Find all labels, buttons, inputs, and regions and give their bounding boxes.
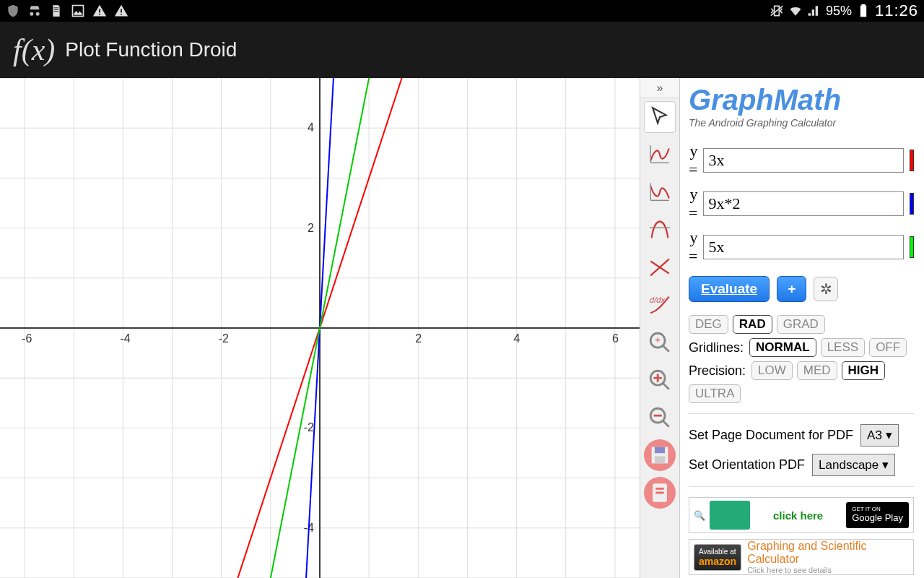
equation-input[interactable] — [703, 148, 904, 173]
equation-input[interactable] — [703, 235, 904, 259]
battery-icon — [856, 4, 871, 18]
equation-label: y = — [689, 228, 697, 266]
pdf-page-label: Set Page Document for PDF — [689, 428, 853, 443]
image-icon — [71, 4, 85, 18]
option-ultra[interactable]: ULTRA — [689, 384, 741, 403]
app-title-bar: f(x) Plot Function Droid — [0, 22, 924, 78]
equation-label: y = — [689, 142, 697, 179]
option-rad[interactable]: RAD — [733, 315, 772, 334]
app-logo-icon: f(x) — [13, 33, 55, 67]
y-tick: 4 — [308, 121, 314, 134]
chart-plot[interactable]: -6-4-2246-4-224 — [0, 78, 640, 578]
svg-line-36 — [650, 262, 669, 274]
equation-input[interactable] — [703, 191, 904, 216]
x-tick: -2 — [219, 332, 229, 345]
pdf-orient-select[interactable]: Landscape ▾ — [812, 454, 895, 476]
equation-row: y = — [689, 185, 914, 223]
warning-icon — [114, 4, 128, 18]
battery-percent: 95% — [826, 4, 852, 19]
trace-tool-button[interactable] — [644, 139, 676, 171]
intersect-tool-button[interactable] — [644, 251, 676, 283]
precision-group: Precision:LOWMEDHIGHULTRA — [689, 361, 914, 403]
option-med[interactable]: MED — [797, 361, 837, 380]
document-icon — [49, 4, 64, 18]
divider — [689, 413, 914, 414]
save-button[interactable] — [644, 439, 676, 471]
incognito-icon — [27, 4, 42, 18]
equation-row: y = — [689, 142, 914, 179]
option-off[interactable]: OFF — [869, 338, 907, 357]
option-less[interactable]: LESS — [821, 338, 865, 357]
brand-title: GraphMath — [689, 85, 914, 114]
y-tick: 2 — [308, 222, 314, 234]
svg-rect-2 — [860, 6, 866, 17]
amazon-badge: Available at amazon — [694, 544, 741, 571]
roots-tool-button[interactable] — [644, 176, 676, 208]
x-tick: 6 — [612, 332, 619, 345]
cursor-tool-button[interactable] — [644, 101, 676, 133]
derivative-tool-button[interactable]: d/dx — [644, 289, 676, 321]
gridlines-group: Gridlines:NORMALLESSOFF — [689, 338, 914, 357]
svg-line-39 — [663, 345, 669, 352]
color-swatch[interactable] — [910, 236, 914, 258]
svg-text:+: + — [655, 334, 661, 345]
shield-icon — [6, 4, 20, 18]
x-tick: -6 — [22, 332, 32, 345]
option-label: Gridlines: — [689, 340, 744, 355]
equation-label: y = — [689, 185, 697, 223]
ad-google-play[interactable]: 🔍 click here GET IT ON Google Play — [689, 497, 914, 533]
x-tick: -4 — [120, 332, 130, 345]
side-panel: GraphMath The Android Graphing Calculato… — [680, 78, 924, 578]
zoom-out-button[interactable] — [644, 402, 676, 434]
warning-icon — [92, 4, 107, 18]
option-deg[interactable]: DEG — [689, 315, 728, 334]
color-swatch[interactable] — [910, 150, 914, 171]
ad-cta: click here — [773, 509, 823, 522]
divider — [689, 486, 914, 487]
zoom-in-button[interactable] — [644, 364, 676, 396]
svg-rect-3 — [861, 4, 865, 6]
color-swatch[interactable] — [910, 193, 914, 215]
svg-line-42 — [663, 383, 669, 389]
svg-rect-52 — [655, 488, 663, 490]
tool-strip: » d/dx + — [640, 78, 680, 578]
collapse-panel-button[interactable]: » — [640, 78, 679, 98]
vibrate-icon — [770, 4, 784, 18]
add-equation-button[interactable]: + — [777, 276, 806, 302]
brand-tagline: The Android Graphing Calculator — [689, 117, 914, 129]
svg-rect-49 — [655, 447, 665, 454]
extrema-tool-button[interactable] — [644, 214, 676, 246]
option-normal[interactable]: NORMAL — [749, 338, 816, 357]
option-low[interactable]: LOW — [751, 361, 793, 380]
pdf-orient-label: Set Orientation PDF — [689, 457, 805, 473]
ad-thumbnail — [710, 501, 750, 530]
export-pdf-button[interactable] — [644, 477, 676, 509]
svg-line-46 — [663, 420, 669, 427]
x-tick: 4 — [514, 332, 520, 345]
magnifier-icon: 🔍 — [694, 510, 705, 521]
wifi-icon — [788, 4, 803, 18]
graph-canvas[interactable]: -6-4-2246-4-224 — [0, 78, 640, 578]
ad-amazon[interactable]: Available at amazon Graphing and Scienti… — [689, 539, 914, 575]
settings-button[interactable]: ✲ — [814, 277, 838, 301]
option-grad[interactable]: GRAD — [777, 315, 825, 334]
svg-rect-53 — [655, 492, 663, 494]
google-play-badge: GET IT ON Google Play — [846, 502, 909, 527]
option-label: Precision: — [689, 363, 746, 379]
app-title: Plot Function Droid — [65, 38, 237, 61]
ad-title: Graphing and Scientific Calculator — [747, 540, 909, 565]
angle-mode-group: DEGRADGRAD — [689, 315, 914, 334]
signal-icon — [807, 4, 821, 18]
evaluate-button[interactable]: Evaluate — [689, 276, 770, 302]
pdf-page-select[interactable]: A3 ▾ — [860, 424, 899, 447]
equation-row: y = — [689, 228, 914, 266]
svg-rect-50 — [655, 456, 665, 463]
option-high[interactable]: HIGH — [842, 361, 886, 380]
zoom-fit-button[interactable]: + — [644, 327, 676, 358]
ad-subtitle: Click here to see details — [747, 566, 909, 574]
x-tick: 2 — [415, 332, 422, 345]
clock: 11:26 — [875, 1, 918, 20]
android-status-bar: 95% 11:26 — [0, 0, 924, 22]
y-tick: -2 — [304, 421, 314, 434]
